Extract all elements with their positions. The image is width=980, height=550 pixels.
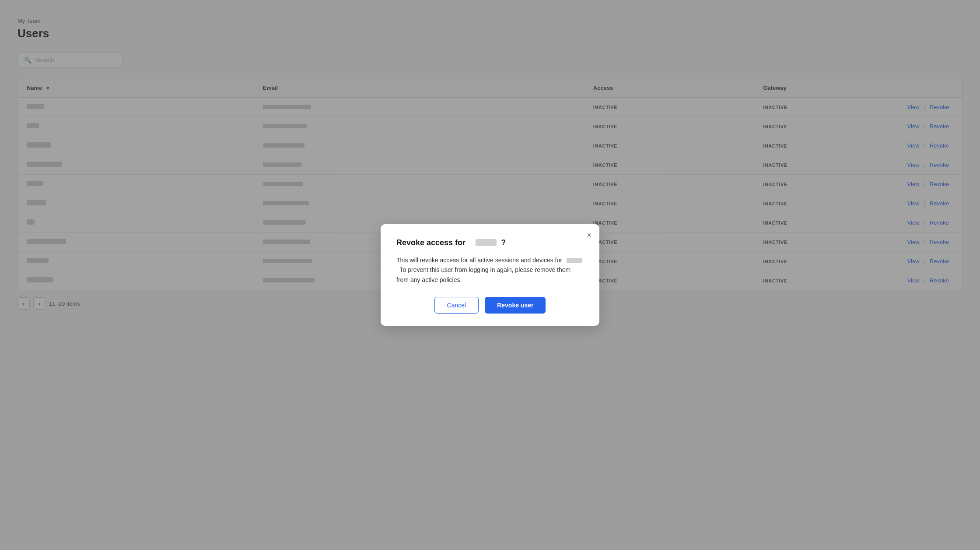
modal-title: Revoke access for ? [396,238,584,247]
revoke-modal: × Revoke access for ? This will revoke a… [381,224,599,326]
modal-actions: Cancel Revoke user [396,297,584,314]
revoke-user-button[interactable]: Revoke user [485,297,546,314]
modal-backdrop: × Revoke access for ? This will revoke a… [0,0,980,550]
modal-body-prefix: This will revoke access for all active s… [396,257,562,264]
modal-close-button[interactable]: × [587,231,592,239]
modal-title-prefix: Revoke access for [396,238,466,247]
modal-body-username-redacted [567,258,582,263]
modal-title-suffix: ? [501,238,506,247]
modal-username-redacted [476,239,497,246]
modal-body: This will revoke access for all active s… [396,255,584,285]
cancel-button[interactable]: Cancel [434,297,479,314]
modal-body-suffix: To prevent this user from logging in aga… [396,266,570,283]
